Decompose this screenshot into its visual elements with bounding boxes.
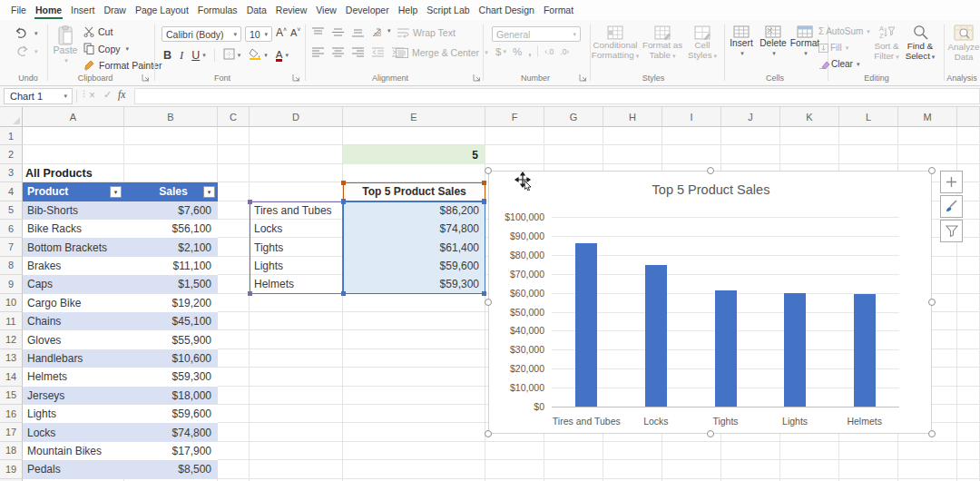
top5-title-cell[interactable]: Top 5 Product Sales	[343, 182, 485, 201]
chart-selection-handle[interactable]	[928, 167, 936, 174]
analyze-data-button[interactable]: Analyze Data	[947, 25, 980, 62]
bold-button[interactable]: B	[163, 49, 172, 62]
format-as-table-button[interactable]: Format as Table▾	[641, 25, 684, 61]
cell-styles-button[interactable]: Cell Styles▾	[684, 25, 720, 61]
sales-cell[interactable]: $17,900	[124, 442, 218, 460]
chart-selection-handle[interactable]	[928, 430, 936, 437]
align-top-button[interactable]	[312, 27, 324, 37]
italic-button[interactable]: I	[180, 49, 183, 63]
align-center-button[interactable]	[332, 47, 344, 57]
row-header-4[interactable]: 4	[0, 182, 23, 201]
product-cell[interactable]: Chains	[23, 312, 124, 330]
chart-styles-button[interactable]	[940, 195, 963, 218]
row-header-11[interactable]: 11	[0, 312, 23, 330]
chart-bar[interactable]	[784, 293, 806, 407]
product-cell[interactable]: Bib-Shorts	[23, 201, 124, 220]
row-header-6[interactable]: 6	[0, 220, 23, 238]
column-header-G[interactable]: G	[544, 107, 603, 127]
fill-color-button[interactable]	[249, 47, 261, 64]
column-header-H[interactable]: H	[603, 107, 662, 127]
chart-title[interactable]: Top 5 Product Sales	[489, 182, 933, 197]
column-header-B[interactable]: B	[124, 107, 218, 127]
menu-tab-draw[interactable]: Draw	[103, 5, 126, 15]
paste-button[interactable]: Paste ▾	[53, 25, 78, 65]
borders-button[interactable]	[223, 47, 235, 64]
column-header-E[interactable]: E	[343, 107, 485, 127]
enter-button[interactable]: ✓	[103, 89, 112, 101]
cut-button[interactable]: Cut	[83, 26, 113, 37]
sales-cell[interactable]: $7,600	[124, 201, 218, 220]
find-select-button[interactable]: Find & Select▾	[904, 25, 936, 62]
fill-button[interactable]: Fill▾	[818, 43, 848, 53]
chart[interactable]: Top 5 Product Sales$0$10,000$20,000$30,0…	[488, 171, 932, 434]
row-header-10[interactable]: 10	[0, 294, 23, 312]
row-header-19[interactable]: 19	[0, 460, 23, 478]
menu-tab-view[interactable]: View	[316, 5, 337, 15]
sales-cell[interactable]: $19,200	[124, 294, 218, 312]
number-dialog-launcher[interactable]	[579, 74, 588, 83]
cancel-button[interactable]: ×	[89, 89, 95, 102]
percent-format-button[interactable]: %	[513, 46, 522, 57]
chart-selection-handle[interactable]	[707, 430, 714, 437]
product-cell[interactable]: Pedals	[23, 460, 124, 478]
delete-cells-button[interactable]: Delete ▾	[759, 25, 788, 58]
product-cell[interactable]: Cargo Bike	[23, 294, 124, 312]
row-header-5[interactable]: 5	[0, 201, 23, 220]
product-cell[interactable]: Jerseys	[23, 387, 124, 405]
chart-selection-handle[interactable]	[485, 167, 492, 174]
format-painter-button[interactable]: Format Painter	[83, 59, 162, 71]
product-cell[interactable]: Helmets	[23, 368, 124, 386]
decrease-indent-button[interactable]	[372, 47, 384, 57]
sort-filter-button[interactable]: AZ Sort & Filter▾	[871, 25, 902, 62]
product-cell[interactable]: Caps	[23, 275, 124, 293]
menu-tab-home[interactable]: Home	[35, 5, 62, 15]
menu-tab-help[interactable]: Help	[398, 5, 418, 15]
column-header-A[interactable]: A	[23, 107, 124, 127]
menu-tab-formulas[interactable]: Formulas	[198, 5, 238, 15]
sales-cell[interactable]: $55,900	[124, 330, 218, 348]
menu-tab-chart-design[interactable]: Chart Design	[479, 5, 534, 15]
chart-bar[interactable]	[575, 243, 597, 407]
menu-tab-data[interactable]: Data	[247, 5, 267, 15]
menu-tab-format[interactable]: Format	[544, 5, 573, 15]
product-cell[interactable]: Bottom Brackets	[23, 238, 124, 256]
row-header-2[interactable]: 2	[0, 145, 23, 163]
chart-elements-button[interactable]	[940, 171, 963, 193]
column-header-F[interactable]: F	[485, 107, 544, 127]
sales-cell[interactable]: $11,100	[124, 257, 218, 275]
alignment-dialog-launcher[interactable]	[473, 74, 482, 83]
clear-button[interactable]: Clear▾	[818, 59, 859, 69]
row-header-9[interactable]: 9	[0, 275, 23, 293]
orientation-button[interactable]: ab	[372, 27, 385, 37]
redo-button[interactable]: ▾	[15, 45, 29, 62]
underline-button[interactable]: U	[191, 49, 200, 62]
align-right-button[interactable]	[352, 47, 364, 57]
autosum-button[interactable]: ΣAutoSum▾	[818, 26, 870, 36]
row-header-7[interactable]: 7	[0, 238, 23, 256]
row-header-14[interactable]: 14	[0, 368, 23, 386]
menu-tab-review[interactable]: Review	[276, 5, 307, 15]
formula-input[interactable]	[134, 88, 980, 104]
menu-tab-file[interactable]: File	[11, 5, 26, 15]
row-header-1[interactable]: 1	[0, 127, 23, 145]
product-cell[interactable]: Handlebars	[23, 349, 124, 368]
number-format-select[interactable]: General▾	[492, 26, 581, 42]
chart-bar[interactable]	[854, 294, 876, 407]
wrap-text-button[interactable]: Wrap Text	[397, 27, 456, 38]
align-middle-button[interactable]	[332, 27, 344, 37]
format-cells-button[interactable]: Format ▾	[789, 25, 820, 58]
column-header-M[interactable]: M	[898, 107, 957, 127]
sales-cell[interactable]: $45,100	[124, 312, 218, 330]
sales-cell[interactable]: $59,300	[124, 368, 218, 386]
chart-selection-handle[interactable]	[928, 299, 936, 306]
sales-cell[interactable]: $10,600	[124, 349, 218, 368]
row-header-8[interactable]: 8	[0, 257, 23, 275]
sales-cell[interactable]: $8,500	[124, 460, 218, 478]
column-header-D[interactable]: D	[250, 107, 343, 127]
row-header-16[interactable]: 16	[0, 405, 23, 423]
column-header-L[interactable]: L	[839, 107, 898, 127]
decrease-font-button[interactable]: A˅	[290, 26, 300, 38]
product-cell[interactable]: Mountain Bikes	[23, 442, 124, 460]
row-header-17[interactable]: 17	[0, 423, 23, 441]
column-header-partial[interactable]	[957, 107, 980, 127]
